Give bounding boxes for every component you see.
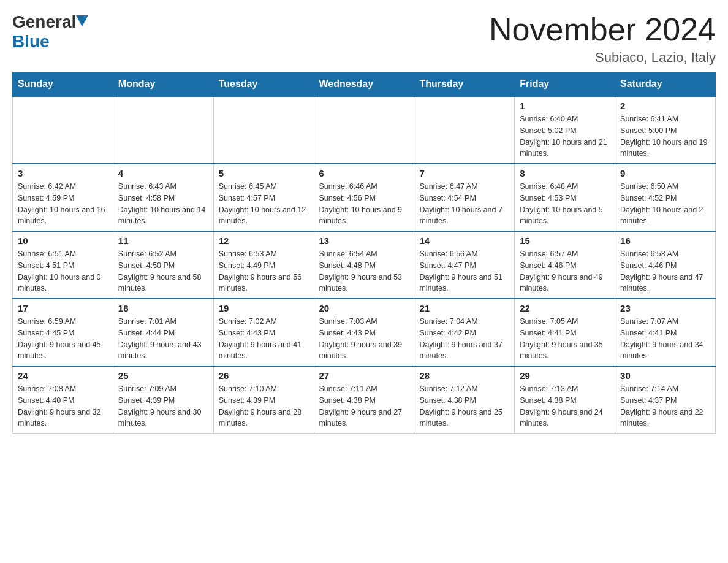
day-info: Sunrise: 6:43 AM bbox=[118, 181, 208, 193]
day-info: Daylight: 10 hours and 14 minutes. bbox=[118, 204, 208, 228]
day-info: Sunset: 4:38 PM bbox=[419, 395, 509, 407]
day-number: 21 bbox=[419, 303, 509, 313]
day-info: Sunrise: 7:14 AM bbox=[620, 383, 710, 395]
col-monday: Monday bbox=[113, 72, 213, 97]
day-number: 22 bbox=[520, 303, 610, 313]
col-wednesday: Wednesday bbox=[314, 72, 414, 97]
table-row: 16Sunrise: 6:58 AMSunset: 4:46 PMDayligh… bbox=[615, 231, 716, 299]
day-info: Daylight: 9 hours and 27 minutes. bbox=[319, 407, 409, 430]
col-friday: Friday bbox=[515, 72, 615, 97]
day-number: 3 bbox=[18, 168, 108, 178]
day-info: Sunrise: 6:40 AM bbox=[520, 113, 610, 125]
table-row bbox=[13, 96, 113, 164]
logo-blue-text: Blue bbox=[12, 32, 50, 52]
day-info: Daylight: 9 hours and 56 minutes. bbox=[219, 272, 309, 295]
col-thursday: Thursday bbox=[414, 72, 515, 97]
day-number: 7 bbox=[419, 168, 509, 178]
table-row: 17Sunrise: 6:59 AMSunset: 4:45 PMDayligh… bbox=[13, 299, 113, 366]
day-number: 28 bbox=[419, 370, 509, 381]
table-row: 1Sunrise: 6:40 AMSunset: 5:02 PMDaylight… bbox=[515, 96, 615, 164]
col-sunday: Sunday bbox=[13, 72, 113, 97]
table-row: 2Sunrise: 6:41 AMSunset: 5:00 PMDaylight… bbox=[615, 96, 716, 164]
day-info: Sunset: 4:41 PM bbox=[520, 327, 610, 339]
day-number: 24 bbox=[18, 370, 108, 381]
day-info: Sunrise: 6:46 AM bbox=[319, 181, 409, 193]
calendar-week-row: 3Sunrise: 6:42 AMSunset: 4:59 PMDaylight… bbox=[13, 164, 716, 231]
day-info: Sunset: 4:56 PM bbox=[319, 193, 409, 204]
day-info: Sunset: 4:43 PM bbox=[219, 327, 309, 339]
day-number: 17 bbox=[18, 303, 108, 313]
day-info: Daylight: 10 hours and 9 minutes. bbox=[319, 204, 409, 228]
day-info: Sunrise: 6:48 AM bbox=[520, 181, 610, 193]
day-info: Sunrise: 6:58 AM bbox=[620, 248, 710, 260]
table-row: 14Sunrise: 6:56 AMSunset: 4:47 PMDayligh… bbox=[414, 231, 515, 299]
day-info: Sunrise: 7:12 AM bbox=[419, 383, 509, 395]
table-row: 7Sunrise: 6:47 AMSunset: 4:54 PMDaylight… bbox=[414, 164, 515, 231]
calendar-week-row: 10Sunrise: 6:51 AMSunset: 4:51 PMDayligh… bbox=[13, 231, 716, 299]
day-info: Daylight: 10 hours and 2 minutes. bbox=[620, 204, 710, 228]
day-info: Sunrise: 7:01 AM bbox=[118, 316, 208, 327]
table-row: 30Sunrise: 7:14 AMSunset: 4:37 PMDayligh… bbox=[615, 366, 716, 434]
day-info: Sunset: 4:51 PM bbox=[18, 260, 108, 272]
calendar-week-row: 1Sunrise: 6:40 AMSunset: 5:02 PMDaylight… bbox=[13, 96, 716, 164]
day-info: Sunrise: 6:57 AM bbox=[520, 248, 610, 260]
day-info: Sunrise: 7:09 AM bbox=[118, 383, 208, 395]
table-row bbox=[414, 96, 515, 164]
day-info: Daylight: 9 hours and 58 minutes. bbox=[118, 272, 208, 295]
page-header: General Blue November 2024 Subiaco, Lazi… bbox=[12, 12, 716, 66]
calendar-week-row: 17Sunrise: 6:59 AMSunset: 4:45 PMDayligh… bbox=[13, 299, 716, 366]
day-info: Sunrise: 7:11 AM bbox=[319, 383, 409, 395]
table-row: 28Sunrise: 7:12 AMSunset: 4:38 PMDayligh… bbox=[414, 366, 515, 434]
day-info: Sunrise: 7:10 AM bbox=[219, 383, 309, 395]
logo-general-text: General bbox=[12, 12, 76, 32]
table-row: 8Sunrise: 6:48 AMSunset: 4:53 PMDaylight… bbox=[515, 164, 615, 231]
table-row: 3Sunrise: 6:42 AMSunset: 4:59 PMDaylight… bbox=[13, 164, 113, 231]
day-info: Sunset: 4:46 PM bbox=[620, 260, 710, 272]
day-info: Daylight: 9 hours and 39 minutes. bbox=[319, 339, 409, 362]
day-info: Sunset: 4:41 PM bbox=[620, 327, 710, 339]
table-row: 18Sunrise: 7:01 AMSunset: 4:44 PMDayligh… bbox=[113, 299, 213, 366]
table-row: 24Sunrise: 7:08 AMSunset: 4:40 PMDayligh… bbox=[13, 366, 113, 434]
table-row: 26Sunrise: 7:10 AMSunset: 4:39 PMDayligh… bbox=[213, 366, 314, 434]
logo-triangle-icon bbox=[76, 15, 88, 29]
day-info: Sunrise: 6:50 AM bbox=[620, 181, 710, 193]
day-number: 30 bbox=[620, 370, 710, 381]
table-row: 27Sunrise: 7:11 AMSunset: 4:38 PMDayligh… bbox=[314, 366, 414, 434]
table-row: 9Sunrise: 6:50 AMSunset: 4:52 PMDaylight… bbox=[615, 164, 716, 231]
calendar-title: November 2024 bbox=[489, 12, 716, 47]
day-number: 20 bbox=[319, 303, 409, 313]
day-info: Sunset: 5:00 PM bbox=[620, 125, 710, 137]
day-info: Daylight: 9 hours and 30 minutes. bbox=[118, 407, 208, 430]
day-info: Sunrise: 6:54 AM bbox=[319, 248, 409, 260]
table-row bbox=[113, 96, 213, 164]
table-row: 6Sunrise: 6:46 AMSunset: 4:56 PMDaylight… bbox=[314, 164, 414, 231]
table-row: 21Sunrise: 7:04 AMSunset: 4:42 PMDayligh… bbox=[414, 299, 515, 366]
day-info: Sunrise: 6:42 AM bbox=[18, 181, 108, 193]
day-info: Sunrise: 6:45 AM bbox=[219, 181, 309, 193]
table-row bbox=[213, 96, 314, 164]
day-info: Sunset: 4:47 PM bbox=[419, 260, 509, 272]
col-saturday: Saturday bbox=[615, 72, 716, 97]
day-info: Daylight: 9 hours and 35 minutes. bbox=[520, 339, 610, 362]
day-info: Sunset: 4:57 PM bbox=[219, 193, 309, 204]
day-info: Sunset: 4:45 PM bbox=[18, 327, 108, 339]
day-number: 23 bbox=[620, 303, 710, 313]
day-info: Sunrise: 6:56 AM bbox=[419, 248, 509, 260]
day-info: Sunset: 5:02 PM bbox=[520, 125, 610, 137]
day-info: Sunrise: 7:07 AM bbox=[620, 316, 710, 327]
logo: General Blue bbox=[12, 12, 88, 52]
day-info: Daylight: 9 hours and 32 minutes. bbox=[18, 407, 108, 430]
day-info: Sunset: 4:50 PM bbox=[118, 260, 208, 272]
svg-marker-0 bbox=[76, 15, 88, 26]
day-info: Sunrise: 6:41 AM bbox=[620, 113, 710, 125]
day-info: Sunrise: 6:52 AM bbox=[118, 248, 208, 260]
day-info: Sunset: 4:48 PM bbox=[319, 260, 409, 272]
day-info: Sunrise: 7:13 AM bbox=[520, 383, 610, 395]
day-info: Daylight: 9 hours and 49 minutes. bbox=[520, 272, 610, 295]
day-number: 15 bbox=[520, 236, 610, 246]
day-info: Sunrise: 7:02 AM bbox=[219, 316, 309, 327]
day-number: 11 bbox=[118, 236, 208, 246]
day-info: Sunset: 4:44 PM bbox=[118, 327, 208, 339]
col-tuesday: Tuesday bbox=[213, 72, 314, 97]
table-row: 23Sunrise: 7:07 AMSunset: 4:41 PMDayligh… bbox=[615, 299, 716, 366]
